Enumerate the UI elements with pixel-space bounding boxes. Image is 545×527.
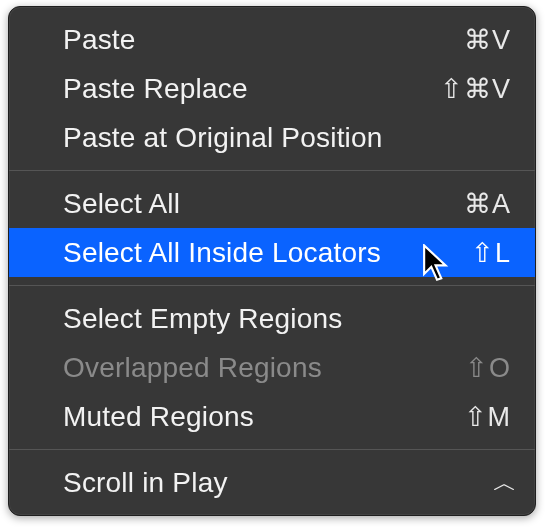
menu-separator — [9, 170, 535, 171]
menu-item-paste[interactable]: Paste ⌘V — [9, 15, 535, 64]
menu-item-select-empty-regions[interactable]: Select Empty Regions — [9, 294, 535, 343]
menu-item-shortcut: ⌘A — [401, 188, 511, 220]
menu-item-label: Paste at Original Position — [63, 122, 401, 154]
menu-separator — [9, 285, 535, 286]
menu-item-label: Overlapped Regions — [63, 352, 401, 384]
menu-item-paste-at-original-position[interactable]: Paste at Original Position — [9, 113, 535, 162]
menu-item-label: Muted Regions — [63, 401, 401, 433]
menu-item-shortcut: ⇧O — [401, 352, 511, 384]
menu-item-muted-regions[interactable]: Muted Regions ⇧M — [9, 392, 535, 441]
menu-item-label: Paste — [63, 24, 401, 56]
menu-item-shortcut: ⌘V — [401, 24, 511, 56]
menu-item-select-all-inside-locators[interactable]: Select All Inside Locators ⇧L — [9, 228, 535, 277]
menu-item-shortcut: ⇧L — [401, 237, 511, 269]
menu-item-select-all[interactable]: Select All ⌘A — [9, 179, 535, 228]
menu-item-scroll-in-play[interactable]: Scroll in Play ︿ — [9, 458, 535, 507]
menu-item-label: Paste Replace — [63, 73, 401, 105]
menu-item-overlapped-regions: Overlapped Regions ⇧O — [9, 343, 535, 392]
context-menu[interactable]: Paste ⌘V Paste Replace ⇧⌘V Paste at Orig… — [8, 6, 536, 516]
menu-item-label: Select All Inside Locators — [63, 237, 401, 269]
menu-separator — [9, 449, 535, 450]
menu-item-shortcut: ⇧M — [401, 401, 511, 433]
menu-item-label: Scroll in Play — [63, 467, 493, 499]
menu-item-label: Select All — [63, 188, 401, 220]
menu-item-label: Select Empty Regions — [63, 303, 401, 335]
submenu-indicator-icon: ︿ — [493, 467, 511, 499]
menu-item-shortcut: ⇧⌘V — [401, 73, 511, 105]
menu-item-paste-replace[interactable]: Paste Replace ⇧⌘V — [9, 64, 535, 113]
